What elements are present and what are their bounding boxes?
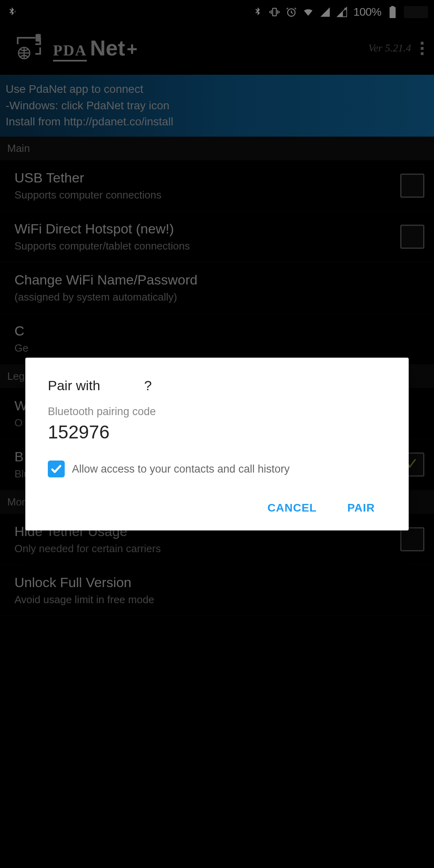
item-wifi-hotspot[interactable]: WiFi Direct Hotspot (new!) Supports comp… [0,211,434,262]
version-label: Ver 5.21.4 [368,42,411,54]
app-header: PDA Net + Ver 5.21.4 [0,24,434,75]
pairing-code: 152976 [48,421,386,443]
svg-rect-0 [273,8,276,16]
bluetooth-pair-dialog: Pair with ? Bluetooth pairing code 15297… [25,358,409,530]
item-partial-1[interactable]: C Ge [0,313,434,364]
item-title: Unlock Full Version [14,575,424,590]
item-subtitle: Supports computer/tablet connections [14,240,400,252]
item-change-wifi[interactable]: Change WiFi Name/Password (assigned by s… [0,262,434,313]
item-usb-tether[interactable]: USB Tether Supports computer connections [0,160,434,211]
wifi-checkbox[interactable] [400,225,424,249]
item-subtitle: Avoid usage limit in free mode [14,594,424,606]
svg-rect-5 [36,35,40,41]
bluetooth-audio-icon [6,6,17,18]
signal-icon [319,6,331,18]
item-title: WiFi Direct Hotspot (new!) [14,221,400,237]
dialog-title: Pair with ? [48,378,386,393]
alarm-icon [286,6,297,18]
battery-percent: 100% [353,6,381,18]
item-subtitle: (assigned by system automatically) [14,291,424,303]
redacted-device-name [104,381,144,392]
overflow-menu-icon[interactable] [418,38,426,59]
item-title: USB Tether [14,170,400,186]
item-subtitle: Ge [14,342,424,354]
dialog-subtitle: Bluetooth pairing code [48,405,386,418]
item-title: C [14,323,424,339]
item-subtitle: Only needed for certain carriers [14,542,400,555]
cancel-button[interactable]: CANCEL [264,497,320,518]
usb-checkbox[interactable] [400,174,424,198]
redacted-status [404,6,428,18]
info-banner: Use PdaNet app to connect -Windows: clic… [0,75,434,137]
hide-usage-checkbox[interactable] [400,527,424,551]
wifi-icon [303,6,314,18]
pair-button[interactable]: PAIR [344,497,378,518]
item-title: Change WiFi Name/Password [14,272,424,288]
battery-icon [387,6,398,18]
item-unlock-full[interactable]: Unlock Full Version Avoid usage limit in… [0,565,434,616]
app-title: PDA Net + [53,35,137,61]
allow-contacts-checkbox[interactable] [48,461,65,477]
svg-rect-2 [390,7,396,18]
vibrate-icon [269,6,280,18]
section-main: Main [0,137,434,160]
item-subtitle: Supports computer connections [14,189,400,201]
pdanet-logo-icon [13,32,45,64]
bluetooth-icon [252,6,263,18]
svg-rect-3 [391,6,394,8]
allow-contacts-label: Allow access to your contacts and call h… [72,463,290,475]
status-bar: 100% [0,0,434,24]
signal-no-data-icon [336,6,348,18]
allow-contacts-row[interactable]: Allow access to your contacts and call h… [48,461,386,477]
